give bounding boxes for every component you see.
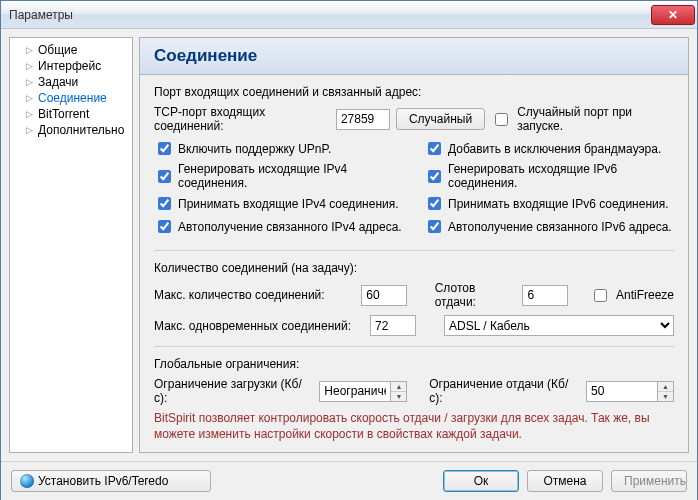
ipv6-out-label: Генерировать исходящие IPv6 соединения. (448, 162, 674, 190)
close-icon: ✕ (668, 8, 678, 22)
sidebar-item-bittorrent[interactable]: ▷BitTorrent (12, 106, 130, 122)
max-half-input[interactable] (370, 315, 416, 336)
upload-slots-input[interactable] (522, 285, 568, 306)
ipv4-in-label: Принимать входящие IPv4 соединения. (178, 197, 399, 211)
chevron-right-icon: ▷ (24, 125, 35, 136)
group-label-limits: Глобальные ограничения: (154, 357, 674, 371)
install-ipv6-label: Установить IPv6/Teredo (38, 474, 168, 488)
install-ipv6-button[interactable]: Установить IPv6/Teredo (11, 470, 211, 492)
chevron-right-icon: ▷ (24, 45, 35, 56)
sidebar-item-label: BitTorrent (38, 107, 89, 121)
group-label-port: Порт входящих соединений и связанный адр… (154, 85, 674, 99)
dl-limit-spinner[interactable]: ▲▼ (391, 381, 407, 402)
sidebar-item-advanced[interactable]: ▷Дополнительно (12, 122, 130, 138)
chevron-right-icon: ▷ (24, 109, 35, 120)
antifreeze-label: AntiFreeze (616, 288, 674, 302)
ipv6-in-checkbox[interactable] (428, 197, 441, 210)
random-on-start-checkbox[interactable] (495, 113, 508, 126)
sidebar-item-label: Задачи (38, 75, 78, 89)
ipv6-in-label: Принимать входящие IPv6 соединения. (448, 197, 669, 211)
dl-limit-label: Ограничение загрузки (Кб/с): (154, 377, 313, 405)
sidebar-item-label: Общие (38, 43, 77, 57)
dialog-footer: Установить IPv6/Teredo Ок Отмена Примени… (1, 461, 697, 500)
sidebar-item-tasks[interactable]: ▷Задачи (12, 74, 130, 90)
sidebar-item-label: Дополнительно (38, 123, 124, 137)
page-title: Соединение (154, 46, 674, 66)
slots-label: Слотов отдачи: (435, 281, 517, 309)
limits-hint: BitSpirit позволяет контролировать скоро… (154, 411, 674, 442)
globe-icon (20, 474, 34, 488)
sidebar-item-label: Соединение (38, 91, 107, 105)
ipv6-bind-label: Автополучение связанного IPv6 адреса. (448, 220, 672, 234)
ipv4-in-checkbox[interactable] (158, 197, 171, 210)
max-half-label: Макс. одновременных соединений: (154, 319, 364, 333)
titlebar[interactable]: Параметры ✕ (1, 1, 697, 29)
ipv4-out-label: Генерировать исходящие IPv4 соединения. (178, 162, 404, 190)
ipv4-bind-checkbox[interactable] (158, 220, 171, 233)
max-conn-input[interactable] (361, 285, 407, 306)
sidebar: ▷Общие ▷Интерфейс ▷Задачи ▷Соединение ▷B… (9, 37, 133, 453)
sidebar-item-label: Интерфейс (38, 59, 101, 73)
chevron-down-icon: ▼ (391, 392, 406, 401)
window-title: Параметры (9, 8, 73, 22)
settings-window: Параметры ✕ ▷Общие ▷Интерфейс ▷Задачи ▷С… (0, 0, 698, 500)
upnp-checkbox[interactable] (158, 142, 171, 155)
dl-limit-input[interactable] (319, 381, 391, 402)
connection-profile-select[interactable]: ADSL / Кабель (444, 315, 674, 336)
upnp-label: Включить поддержку UPnP. (178, 142, 331, 156)
cancel-button[interactable]: Отмена (527, 470, 603, 492)
antifreeze-checkbox[interactable] (594, 289, 607, 302)
content-panel: Соединение Порт входящих соединений и св… (139, 37, 689, 453)
group-label-connections: Количество соединений (на задачу): (154, 261, 674, 275)
ul-limit-input[interactable] (586, 381, 658, 402)
sidebar-item-connection[interactable]: ▷Соединение (12, 90, 130, 106)
ul-limit-spinner[interactable]: ▲▼ (658, 381, 674, 402)
firewall-checkbox[interactable] (428, 142, 441, 155)
tcp-port-input[interactable] (336, 109, 390, 130)
random-on-start-label: Случайный порт при запуске. (517, 105, 674, 133)
ipv4-out-checkbox[interactable] (158, 170, 171, 183)
ipv6-bind-checkbox[interactable] (428, 220, 441, 233)
apply-button[interactable]: Применить (611, 470, 687, 492)
firewall-label: Добавить в исключения брандмауэра. (448, 142, 661, 156)
ipv4-bind-label: Автополучение связанного IPv4 адреса. (178, 220, 402, 234)
chevron-down-icon: ▼ (658, 392, 673, 401)
ok-button[interactable]: Ок (443, 470, 519, 492)
chevron-right-icon: ▷ (24, 93, 35, 104)
chevron-right-icon: ▷ (24, 61, 35, 72)
chevron-right-icon: ▷ (24, 77, 35, 88)
ul-limit-label: Ограничение отдачи (Кб/с): (429, 377, 580, 405)
chevron-up-icon: ▲ (658, 382, 673, 392)
close-button[interactable]: ✕ (651, 5, 695, 25)
ipv6-out-checkbox[interactable] (428, 170, 441, 183)
random-port-button[interactable]: Случайный (396, 108, 485, 130)
sidebar-item-interface[interactable]: ▷Интерфейс (12, 58, 130, 74)
chevron-up-icon: ▲ (391, 382, 406, 392)
sidebar-item-general[interactable]: ▷Общие (12, 42, 130, 58)
page-header: Соединение (140, 38, 688, 75)
port-label: TCP-порт входящих соединений: (154, 105, 330, 133)
max-conn-label: Макс. количество соединений: (154, 288, 355, 302)
